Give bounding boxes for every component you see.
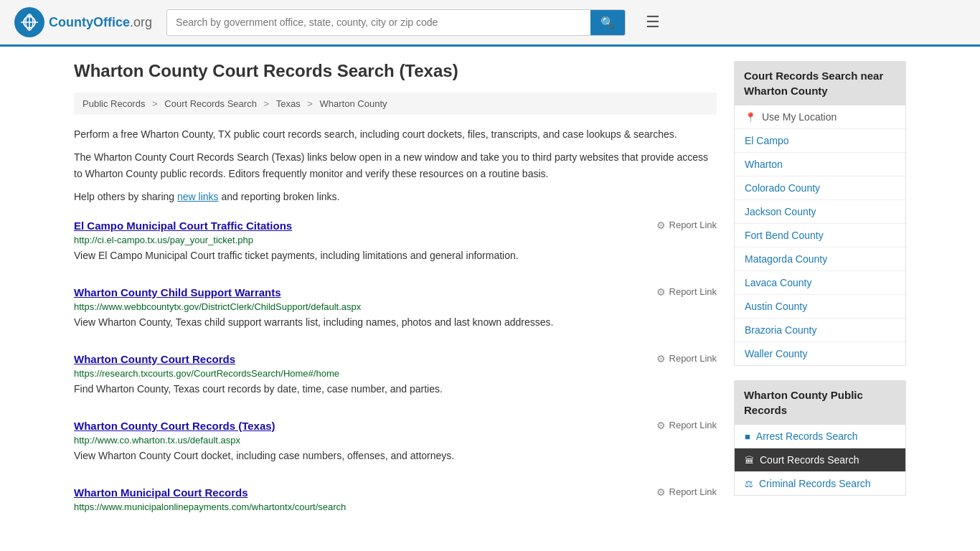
search-button[interactable]: 🔍 — [590, 10, 625, 35]
breadcrumb-wharton-county[interactable]: Wharton County — [320, 98, 387, 109]
sidebar-item-label: Matagorda County — [745, 253, 827, 265]
report-label: Report Link — [669, 353, 717, 364]
report-icon: ⚙ — [656, 220, 666, 231]
sidebar-near-section: Court Records Search near Wharton County… — [734, 61, 906, 366]
result-header: Wharton County Child Support Warrants ⚙ … — [74, 286, 717, 298]
report-link[interactable]: ⚙ Report Link — [656, 420, 717, 431]
header: CountyOffice.org 🔍 ☰ — [0, 0, 980, 47]
sidebar-near-item[interactable]: El Campo — [735, 129, 905, 153]
sidebar-public-records-item[interactable]: 🏛Court Records Search — [735, 448, 905, 472]
sidebar-item-label: Austin County — [745, 301, 807, 312]
report-label: Report Link — [669, 286, 717, 297]
sidebar-near-list: 📍Use My LocationEl CampoWhartonColorado … — [734, 105, 906, 366]
result-description: View Wharton County, Texas child support… — [74, 315, 717, 330]
search-bar: 🔍 — [166, 9, 626, 36]
report-link[interactable]: ⚙ Report Link — [656, 353, 717, 364]
new-links-link[interactable]: new links — [177, 191, 219, 202]
breadcrumb-court-records-search[interactable]: Court Records Search — [164, 98, 257, 109]
sidebar-near-item[interactable]: Matagorda County — [735, 248, 905, 271]
result-description: Find Wharton County, Texas court records… — [74, 382, 717, 397]
result-header: Wharton County Court Records (Texas) ⚙ R… — [74, 420, 717, 432]
sidebar-item-label: Jackson County — [745, 206, 816, 217]
report-label: Report Link — [669, 486, 717, 497]
result-url: https://www.municipalonlinepayments.com/… — [74, 501, 717, 512]
sidebar-near-item[interactable]: Waller County — [735, 342, 905, 365]
sidebar-near-item[interactable]: Colorado County — [735, 176, 905, 200]
breadcrumb-sep-1: > — [152, 98, 160, 109]
report-icon: ⚙ — [656, 353, 666, 364]
content-area: Wharton County Court Records Search (Tex… — [74, 61, 717, 538]
logo-icon — [14, 7, 44, 37]
sidebar-item-label: Arrest Records Search — [756, 430, 858, 442]
location-icon: 📍 — [745, 112, 756, 123]
sidebar-item-label: Court Records Search — [760, 454, 859, 466]
report-link[interactable]: ⚙ Report Link — [656, 286, 717, 298]
sidebar-item-label: Colorado County — [745, 182, 820, 194]
sidebar-near-item[interactable]: Austin County — [735, 295, 905, 319]
result-description: View El Campo Municipal Court traffic ti… — [74, 248, 717, 263]
result-header: El Campo Municipal Court Traffic Citatio… — [74, 220, 717, 232]
sidebar-item-label: Fort Bend County — [745, 230, 824, 241]
result-item: Wharton Municipal Court Records ⚙ Report… — [74, 486, 717, 521]
result-title[interactable]: Wharton County Child Support Warrants — [74, 286, 281, 298]
sidebar-near-header: Court Records Search near Wharton County — [734, 61, 906, 105]
result-title[interactable]: Wharton Municipal Court Records — [74, 486, 248, 499]
breadcrumb-sep-3: > — [307, 98, 315, 109]
report-icon: ⚙ — [656, 486, 666, 498]
sidebar: Court Records Search near Wharton County… — [734, 61, 906, 538]
hamburger-icon: ☰ — [646, 13, 660, 31]
sidebar-near-item[interactable]: Lavaca County — [735, 271, 905, 295]
sidebar-item-label: Wharton — [745, 159, 783, 170]
result-url: http://ci.el-campo.tx.us/pay_your_ticket… — [74, 235, 717, 245]
result-item: Wharton County Court Records ⚙ Report Li… — [74, 353, 717, 402]
report-icon: ⚙ — [656, 420, 666, 431]
result-title[interactable]: El Campo Municipal Court Traffic Citatio… — [74, 220, 292, 232]
sidebar-item-label: Brazoria County — [745, 324, 816, 336]
report-label: Report Link — [669, 220, 717, 230]
sidebar-item-label: Use My Location — [762, 111, 837, 123]
results-list: El Campo Municipal Court Traffic Citatio… — [74, 220, 717, 521]
result-item: Wharton County Child Support Warrants ⚙ … — [74, 286, 717, 336]
result-header: Wharton County Court Records ⚙ Report Li… — [74, 353, 717, 365]
result-description: View Wharton County Court docket, includ… — [74, 448, 717, 463]
public-records-icon: ■ — [745, 431, 750, 442]
sidebar-item-label: Waller County — [745, 348, 807, 359]
breadcrumb: Public Records > Court Records Search > … — [74, 93, 717, 115]
sidebar-public-records-item[interactable]: ■Arrest Records Search — [735, 425, 905, 448]
main-container: Wharton County Court Records Search (Tex… — [60, 47, 920, 551]
result-title[interactable]: Wharton County Court Records — [74, 353, 235, 365]
sidebar-public-records-section: Wharton County Public Records ■Arrest Re… — [734, 380, 906, 496]
result-url: https://research.txcourts.gov/CourtRecor… — [74, 368, 717, 379]
result-title[interactable]: Wharton County Court Records (Texas) — [74, 420, 275, 432]
sidebar-public-records-header: Wharton County Public Records — [734, 380, 906, 425]
report-icon: ⚙ — [656, 286, 666, 298]
sidebar-near-item[interactable]: Fort Bend County — [735, 224, 905, 248]
sidebar-public-records-item[interactable]: ⚖Criminal Records Search — [735, 472, 905, 495]
breadcrumb-texas[interactable]: Texas — [276, 98, 301, 109]
hamburger-button[interactable]: ☰ — [640, 10, 666, 34]
report-link[interactable]: ⚙ Report Link — [656, 486, 717, 498]
sidebar-item-label: El Campo — [745, 135, 788, 146]
search-input[interactable] — [167, 10, 590, 35]
sidebar-near-item[interactable]: Wharton — [735, 153, 905, 176]
sidebar-use-location[interactable]: 📍Use My Location — [735, 105, 905, 129]
report-link[interactable]: ⚙ Report Link — [656, 220, 717, 231]
result-item: Wharton County Court Records (Texas) ⚙ R… — [74, 420, 717, 469]
sidebar-item-label: Criminal Records Search — [759, 478, 871, 489]
result-url: http://www.co.wharton.tx.us/default.aspx — [74, 435, 717, 446]
page-title: Wharton County Court Records Search (Tex… — [74, 61, 717, 81]
public-records-icon: ⚖ — [745, 479, 753, 489]
sidebar-near-item[interactable]: Jackson County — [735, 200, 905, 224]
sidebar-near-item[interactable]: Brazoria County — [735, 319, 905, 342]
result-header: Wharton Municipal Court Records ⚙ Report… — [74, 486, 717, 499]
description-3: Help others by sharing new links and rep… — [74, 189, 717, 204]
result-item: El Campo Municipal Court Traffic Citatio… — [74, 220, 717, 269]
description-2: The Wharton County Court Records Search … — [74, 149, 717, 182]
public-records-icon: 🏛 — [745, 455, 754, 466]
logo-text: CountyOffice.org — [49, 15, 152, 30]
result-url: https://www.webbcountytx.gov/DistrictCle… — [74, 301, 717, 312]
logo[interactable]: CountyOffice.org — [14, 7, 152, 37]
sidebar-public-records-list: ■Arrest Records Search🏛Court Records Sea… — [734, 425, 906, 496]
breadcrumb-public-records[interactable]: Public Records — [83, 98, 145, 109]
sidebar-item-label: Lavaca County — [745, 277, 811, 288]
